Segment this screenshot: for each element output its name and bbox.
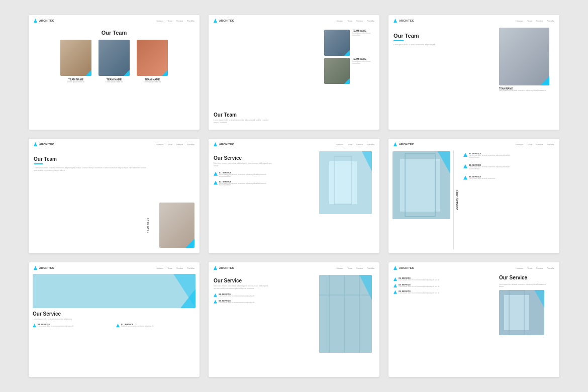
slide-8-content: Our Service Nam liber tempor cum soluta … [209, 272, 379, 375]
nav-link: Hibiscus [156, 143, 163, 146]
nav-link: Service [176, 20, 183, 22]
service-text-6-3: 03. SERVICE Lorem ipsum dolor sit amet c… [469, 175, 496, 180]
nav-links-5: Hibiscus Team Service Portfolio [336, 143, 374, 146]
member-desc-3: Lorem ipsum dolor sit [144, 81, 160, 83]
sv-desc-9-1: Lorem ipsum dolor sit amet consectetur a… [399, 279, 439, 281]
nav-link: Team [167, 267, 172, 269]
slide-2-right: TEAM NAME Lorem ipsum dolor sit amet con… [324, 28, 374, 124]
nav-link: Service [536, 267, 543, 269]
service-icon-8-1 [214, 293, 217, 297]
sv-desc-2: Lorem ipsum dolor sit amet consectetur a… [219, 183, 269, 187]
service-icon-7-2 [116, 324, 120, 327]
logo-3: ARCHITEC [394, 19, 414, 23]
slide-4-photo [159, 203, 194, 248]
service-item-2: 02. SERVICE Lorem ipsum dolor sit amet c… [214, 180, 315, 187]
sv-desc-6-3: Lorem ipsum dolor sit amet consectetur [469, 178, 496, 180]
nav-link: Team [347, 143, 352, 146]
slide-5-desc: Nam liber tempor cum soluta nobis eligen… [214, 162, 274, 167]
nav-link: Team [527, 267, 532, 269]
slide-9-right: Our Service Lorem ipsum dolor sit amet c… [499, 275, 554, 371]
slide-9-left: 01. SERVICE Lorem ipsum dolor sit amet c… [394, 275, 496, 371]
nav-link: Service [536, 143, 543, 146]
service-icon-9-2 [394, 284, 397, 287]
slide-4-title: Our Team [34, 156, 146, 162]
slides-grid: ARCHITEC Hibiscus Team Service Portfolio… [17, 3, 571, 389]
service-item-9-3: 03. SERVICE Lorem ipsum dolor sit amet c… [394, 290, 496, 295]
logo-5: ARCHITEC [214, 142, 234, 146]
slide-2-content: Our Team Lorem ipsum dolor sit amet cons… [209, 25, 379, 128]
logo-6: ARCHITEC [394, 142, 414, 146]
service-icon-6-1 [463, 153, 467, 157]
slide-2-photo-2 [324, 58, 350, 84]
ti-desc-1: Lorem ipsum dolor sit amet consectetur [352, 33, 374, 37]
nav-link: Hibiscus [156, 267, 163, 269]
team-info-3: TEAM NAME Lorem ipsum dolor sit amet con… [499, 87, 554, 92]
nav-link: Hibiscus [336, 20, 343, 22]
arch-svg-5 [319, 151, 372, 214]
service-item-8-2: 02. SERVICE Lorem ipsum dolor sit amet c… [214, 300, 315, 304]
nav-link: Service [356, 267, 363, 269]
service-icon-8-2 [214, 300, 217, 304]
logo-9: ARCHITEC [394, 266, 414, 270]
team-info-1: TEAM NAME Lorem ipsum dolor sit amet con… [352, 30, 374, 37]
slide-6-rotated-title: Our Service [455, 190, 459, 210]
slide-8-title: Our Service [214, 278, 315, 283]
slide-2: ARCHITEC Hibiscus Team Service Portfolio… [209, 15, 379, 130]
logo-2: ARCHITEC [214, 19, 234, 23]
slide-9: ARCHITEC Hibiscus Team Service Portfolio… [388, 262, 559, 377]
slide-4-desc: Lorem ipsum dolor sit amet consectetur a… [34, 167, 146, 172]
nav-link: Portfolio [367, 20, 374, 22]
logo-icon-7 [34, 266, 37, 270]
service-text-1: 01. SERVICE Lorem ipsum dolor sit amet c… [219, 171, 269, 178]
service-col-7-2: 02. SERVICE Habilitate quis nostrud exer… [116, 323, 195, 329]
service-item-7-2: 02. SERVICE Habilitate quis nostrud exer… [116, 323, 195, 328]
service-item-1: 01. SERVICE Lorem ipsum dolor sit amet c… [214, 171, 315, 178]
nav-bar-8: ARCHITEC Hibiscus Team Service Portfolio [209, 262, 379, 272]
slide-6-content: Our Service 01. SERVICE Lorem ipsum dolo… [388, 148, 559, 252]
service-text-9-2: 02. SERVICE Lorem ipsum dolor sit amet c… [399, 283, 439, 288]
nav-link: Portfolio [367, 143, 374, 146]
logo-text-1: ARCHITEC [39, 19, 54, 22]
nav-links-7: Hibiscus Team Service Portfolio [156, 267, 194, 269]
logo-icon-1 [34, 19, 37, 23]
slide-7-title: Our Service [33, 311, 195, 317]
nav-link: Service [356, 20, 363, 22]
nav-link: Portfolio [187, 143, 194, 146]
sv-desc-9-3: Lorem ipsum dolor sit amet consectetur a… [399, 292, 439, 295]
slide-4-content: Our Team Lorem ipsum dolor sit amet cons… [29, 148, 200, 252]
service-col-7-1: 01. SERVICE Lorem ipsum dolor sit amet c… [33, 323, 112, 329]
team-label: TEAM NAME [147, 218, 149, 233]
service-item-8-1: 01. SERVICE Lorem ipsum dolor sit amet c… [214, 293, 315, 298]
nav-link: Team [347, 267, 352, 269]
nav-links-2: Hibiscus Team Service Portfolio [336, 20, 374, 22]
slide-9-content: 01. SERVICE Lorem ipsum dolor sit amet c… [388, 272, 559, 375]
blue-corner [540, 76, 549, 85]
slide-9-photo [499, 290, 544, 335]
arch-svg-8 [319, 275, 372, 353]
service-item-9-1: 01. SERVICE Lorem ipsum dolor sit amet c… [394, 277, 496, 281]
nav-bar-4: ARCHITEC Hibiscus Team Service Portfolio [29, 139, 200, 148]
nav-link: Team [167, 143, 172, 146]
services-row-7: 01. SERVICE Lorem ipsum dolor sit amet c… [33, 323, 195, 329]
nav-link: Service [536, 20, 543, 22]
nav-bar-6: ARCHITEC Hibiscus Team Service Portfolio [388, 139, 559, 148]
slide-3-content: Our Team Lorem ipsum dolor sit amet cons… [388, 25, 559, 128]
slide-1-title: Our Team [102, 30, 127, 36]
slide-5-photo [319, 151, 372, 214]
logo-7: ARCHITEC [34, 266, 54, 270]
logo-text-4: ARCHITEC [39, 143, 54, 146]
nav-link: Hibiscus [336, 143, 343, 146]
nav-link: Portfolio [547, 143, 554, 146]
logo-icon-5 [214, 142, 217, 146]
member-desc-1: Lorem ipsum dolor sit [67, 81, 84, 83]
nav-bar-5: ARCHITEC Hibiscus Team Service Portfolio [209, 139, 379, 148]
slide-1: ARCHITEC Hibiscus Team Service Portfolio… [29, 15, 200, 130]
service-text-6-2: 02. SERVICE Lorem ipsum dolor sit amet c… [469, 164, 514, 170]
slide-3: ARCHITEC Hibiscus Team Service Portfolio… [388, 15, 559, 130]
slide-4-left: Our Team Lorem ipsum dolor sit amet cons… [34, 151, 146, 248]
team-row-1: TEAM NAME Lorem ipsum dolor sit TEAM NAM… [60, 40, 168, 83]
slide-8-right [319, 275, 374, 371]
service-text-9-3: 03. SERVICE Lorem ipsum dolor sit amet c… [399, 290, 439, 295]
nav-links-8: Hibiscus Team Service Portfolio [336, 267, 374, 269]
team-member-2: TEAM NAME Lorem ipsum dolor sit [99, 40, 130, 83]
